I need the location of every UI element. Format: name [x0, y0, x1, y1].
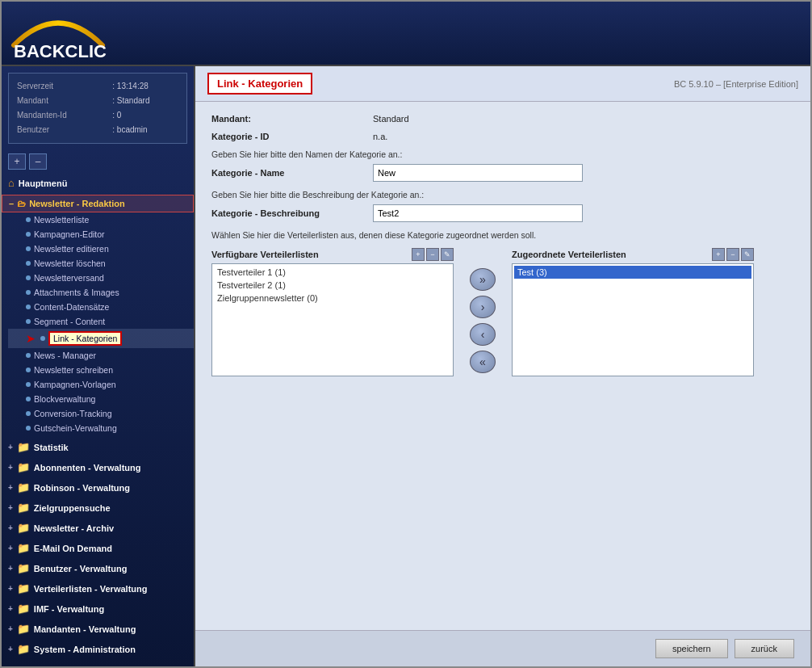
serverzeit-label: Serverzeit: [17, 80, 111, 93]
kategorie-id-label: Kategorie - ID: [211, 132, 373, 141]
expand-all-button[interactable]: +: [8, 153, 26, 170]
svg-text:BACKCLICK: BACKCLICK: [14, 41, 107, 61]
newsletter-subitems: Newsletterliste Kampagnen-Editor Newslet…: [2, 212, 194, 435]
hint-name: Geben Sie hier bitte den Namen der Kateg…: [211, 149, 794, 159]
sidebar-item-blockverwaltung[interactable]: Blockverwaltung: [8, 392, 194, 406]
dot-icon: [26, 275, 31, 280]
serverzeit-value: : 13:14:28: [112, 80, 178, 93]
sidebar-item-conversion-tracking[interactable]: Conversion-Tracking: [8, 406, 194, 421]
sidebar-item-mandanten[interactable]: + 📁 Mandanten - Verwaltung: [2, 619, 194, 639]
zugeordnete-add-button[interactable]: +: [712, 248, 725, 261]
sidebar-item-hauptmenu[interactable]: ⌂ Hauptmenü: [2, 173, 194, 193]
zugeordnete-group: Zugeordnete Verteilerlisten + − ✎ Test (…: [512, 248, 754, 376]
sidebar-item-newsletter-archiv[interactable]: + 📁 Newsletter - Archiv: [2, 518, 194, 538]
folder-icon: 📁: [17, 562, 30, 574]
mandant-field-value: Standard: [373, 114, 409, 124]
list-item[interactable]: Zielgruppennewsletter (0): [214, 292, 451, 305]
sidebar-item-news-manager[interactable]: News - Manager: [8, 348, 194, 363]
verfuegbare-title: Verfügbare Verteilerlisten: [211, 250, 319, 259]
mandant-field-label: Mandant:: [211, 114, 373, 124]
transfer-all-right-button[interactable]: »: [470, 268, 496, 291]
folder-icon: 📁: [17, 522, 30, 534]
kategorie-id-value: n.a.: [373, 132, 387, 141]
imf-label: IMF - Verwaltung: [34, 604, 104, 614]
content-footer: speichern zurück: [195, 630, 810, 666]
dot-icon: [26, 426, 31, 431]
system-label: System - Administration: [34, 645, 136, 654]
verfuegbare-remove-button[interactable]: −: [426, 248, 439, 261]
sidebar-item-benutzer-verwaltung[interactable]: + 📁 Benutzer - Verwaltung: [2, 558, 194, 578]
benutzer-value: : bcadmin: [112, 124, 178, 137]
home-icon: ⌂: [8, 177, 15, 189]
transfer-all-left-button[interactable]: «: [470, 351, 496, 373]
folder-icon: 📁: [17, 582, 30, 594]
sidebar-item-kampagnen-editor[interactable]: Kampagnen-Editor: [8, 227, 194, 242]
page-title: Link - Kategorien: [217, 78, 303, 90]
transfer-right-button[interactable]: ›: [470, 296, 496, 318]
sidebar-item-newsletterversand[interactable]: Newsletterversand: [8, 271, 194, 285]
dot-icon: [26, 305, 31, 309]
sidebar-item-robinson[interactable]: + 📁 Robinson - Verwaltung: [2, 477, 194, 498]
kategorie-name-row: Kategorie - Name: [211, 164, 794, 182]
list-item[interactable]: Testverteiler 1 (1): [214, 266, 451, 279]
kategorie-beschreibung-input[interactable]: [373, 204, 583, 222]
sidebar-item-segment-content[interactable]: Segment - Content: [8, 314, 194, 329]
statistik-label: Statistik: [34, 443, 69, 452]
dot-icon: [26, 368, 31, 372]
sidebar-item-kampagnen-vorlagen[interactable]: Kampagnen-Vorlagen: [8, 377, 194, 392]
sidebar-item-email-on-demand[interactable]: + 📁 E-Mail On Demand: [2, 538, 194, 558]
hauptmenu-label: Hauptmenü: [19, 179, 68, 188]
logo: BACKCLICK: [10, 9, 98, 57]
sidebar-item-imf[interactable]: + 📁 IMF - Verwaltung: [2, 599, 194, 619]
benutzer-label: Benutzer: [17, 124, 111, 137]
expand-icon: +: [8, 584, 13, 593]
collapse-all-button[interactable]: –: [29, 153, 47, 170]
transfer-buttons: » › ‹ «: [470, 268, 496, 373]
dot-icon: [26, 246, 31, 251]
zugeordnete-edit-button[interactable]: ✎: [741, 248, 754, 261]
sidebar-item-zielgruppensuche[interactable]: + 📁 Zielgruppensuche: [2, 498, 194, 518]
sidebar-item-newsletter-loeschen[interactable]: Newsletter löschen: [8, 256, 194, 271]
kategorie-beschreibung-row: Kategorie - Beschreibung: [211, 204, 794, 222]
abonnenten-label: Abonnenten - Verwaltung: [34, 463, 141, 473]
verfuegbare-add-button[interactable]: +: [412, 248, 425, 261]
logo-area: BACKCLICK: [10, 9, 98, 57]
sidebar-item-gutschein-verwaltung[interactable]: Gutschein-Verwaltung: [8, 421, 194, 435]
sidebar-item-content-datensaetze[interactable]: Content-Datensätze: [8, 300, 194, 314]
expand-icon: +: [8, 544, 13, 552]
sidebar-item-abonnenten[interactable]: + 📁 Abonnenten - Verwaltung: [2, 457, 194, 477]
sidebar-item-system[interactable]: + 📁 System - Administration: [2, 639, 194, 659]
dot-icon: [26, 232, 31, 237]
sidebar-item-newsletter-redaktion[interactable]: – 🗁 Newsletter - Redaktion: [2, 195, 194, 212]
expand-icon: +: [8, 463, 13, 472]
hint-verteilerlisten: Wählen Sie hier die Verteilerlisten aus,…: [211, 230, 794, 240]
kategorie-name-input[interactable]: [373, 164, 583, 182]
list-item[interactable]: Testverteiler 2 (1): [214, 279, 451, 292]
verfuegbare-listbox[interactable]: Testverteiler 1 (1) Testverteiler 2 (1) …: [211, 263, 454, 376]
back-button[interactable]: zurück: [735, 639, 794, 658]
sidebar-item-newsletter-editieren[interactable]: Newsletter editieren: [8, 242, 194, 256]
zugeordnete-remove-button[interactable]: −: [726, 248, 739, 261]
benutzer-verwaltung-label: Benutzer - Verwaltung: [34, 564, 128, 573]
transfer-left-button[interactable]: ‹: [470, 323, 496, 346]
expand-icon: +: [8, 523, 13, 532]
listbox-section: Verfügbare Verteilerlisten + − ✎ Testver…: [211, 248, 794, 376]
sidebar: Serverzeit: 13:14:28 Mandant: Standard M…: [2, 66, 195, 666]
logout-button[interactable]: ⏻ Logout: [2, 662, 194, 666]
zugeordnete-controls: + − ✎: [712, 248, 754, 261]
sidebar-item-newsletter-schreiben[interactable]: Newsletter schreiben: [8, 363, 194, 377]
collapse-icon: –: [9, 199, 14, 208]
list-item[interactable]: Test (3): [514, 266, 751, 279]
verfuegbare-edit-button[interactable]: ✎: [441, 248, 454, 261]
sidebar-item-verteilerlisten[interactable]: + 📁 Verteilerlisten - Verwaltung: [2, 578, 194, 599]
sidebar-item-attachments[interactable]: Attachments & Images: [8, 285, 194, 300]
sidebar-item-statistik[interactable]: + 📁 Statistik: [2, 437, 194, 457]
zugeordnete-listbox[interactable]: Test (3): [512, 263, 754, 376]
content-header: Link - Kategorien BC 5.9.10 – [Enterpris…: [195, 66, 810, 102]
save-button[interactable]: speichern: [655, 639, 728, 658]
folder-icon: 📁: [17, 623, 30, 635]
mandanten-label: Mandanten - Verwaltung: [34, 624, 136, 634]
sidebar-item-newsletterliste[interactable]: Newsletterliste: [8, 212, 194, 227]
expand-icon: +: [8, 624, 13, 633]
sidebar-item-link-kategorien[interactable]: ➤ Link - Kategorien: [8, 329, 194, 348]
